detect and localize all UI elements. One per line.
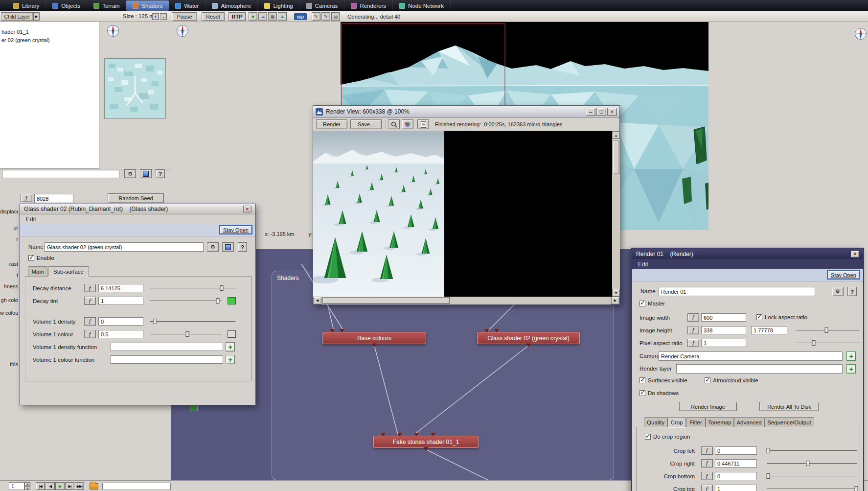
animation-function-icon[interactable]: ƒ — [701, 485, 713, 491]
volume1-colour-slider[interactable] — [150, 330, 222, 338]
shader-search-input[interactable] — [2, 170, 119, 178]
volume1-colour-input[interactable]: 0.5 — [98, 330, 143, 338]
crop-top-slider[interactable] — [767, 485, 857, 491]
prev-frame-button[interactable]: ◀ — [46, 482, 55, 490]
input-connector[interactable] — [381, 433, 386, 436]
paint-tool-icon[interactable]: ✎ — [312, 12, 320, 21]
tab-sequence-output[interactable]: Sequence/Output — [764, 417, 814, 427]
master-checkbox[interactable]: Master — [640, 301, 665, 306]
node-glass-shader[interactable]: Glass shader 02 (green crystal) — [477, 332, 580, 344]
last-frame-button[interactable]: ▶▶| — [75, 482, 84, 490]
folder-icon[interactable] — [90, 483, 98, 490]
slider-handle[interactable] — [806, 461, 809, 466]
decay-distance-slider[interactable] — [150, 284, 235, 292]
slider-handle[interactable] — [825, 327, 828, 333]
tab-shaders[interactable]: Shaders — [126, 0, 169, 11]
output-connector[interactable] — [424, 447, 429, 451]
dialog-titlebar[interactable]: Render 01 (Render) × — [632, 249, 863, 259]
help-icon[interactable]: ? — [156, 169, 165, 178]
spin-down-icon[interactable]: ▼ — [24, 486, 30, 490]
crop-right-input[interactable]: 0.446711 — [715, 459, 757, 468]
animation-function-icon[interactable]: ƒ — [701, 472, 713, 480]
save-button[interactable]: Save... — [350, 119, 382, 129]
slider-handle[interactable] — [766, 448, 770, 453]
input-connector[interactable] — [484, 329, 489, 332]
name-input[interactable]: Glass shader 02 (green crystal) — [45, 242, 204, 252]
partial-node[interactable] — [190, 405, 198, 411]
decay-tint-slider[interactable] — [150, 297, 222, 304]
checkbox[interactable] — [640, 390, 645, 396]
clouds-toggle-icon[interactable]: ☁ — [258, 12, 267, 21]
seed-input[interactable]: 8028 — [34, 194, 73, 203]
scroll-up-icon[interactable]: ▲ — [612, 131, 620, 139]
volume1-density-input[interactable]: 0 — [98, 317, 143, 326]
size-decrease-button[interactable]: - — [160, 13, 167, 20]
dialog-titlebar[interactable]: Glass shader 02 (Rubin_Diamant_rot) (Gla… — [20, 204, 255, 214]
render-button[interactable]: Render — [316, 119, 347, 129]
crop-bottom-slider[interactable] — [767, 472, 857, 480]
add-function-button[interactable]: + — [226, 342, 235, 351]
frame-number-input[interactable]: 1 — [9, 482, 24, 490]
slider-handle[interactable] — [766, 473, 770, 479]
atmo-visible-checkbox[interactable]: Atmo/cloud visible — [705, 377, 758, 383]
stay-open-button[interactable]: Stay Open — [827, 270, 860, 280]
animation-function-icon[interactable]: ƒ — [687, 313, 699, 322]
scroll-down-icon[interactable]: ▼ — [612, 289, 620, 297]
render-view-titlebar[interactable]: Render View: 600x338 @ 100% – □ × — [313, 106, 619, 118]
node-view-button[interactable] — [140, 169, 152, 178]
image-width-input[interactable]: 600 — [701, 313, 746, 322]
compass-icon[interactable] — [176, 24, 189, 37]
layer-panel-icon[interactable]: ▤ — [331, 12, 340, 21]
first-frame-button[interactable]: |◀ — [36, 482, 45, 490]
tab-cameras[interactable]: Cameras — [300, 0, 345, 11]
size-increase-button[interactable]: + — [152, 13, 159, 20]
pixel-aspect-slider[interactable] — [796, 339, 860, 347]
add-camera-button[interactable]: + — [846, 351, 856, 361]
volume1-colour-swatch[interactable] — [228, 330, 236, 338]
rtp-button[interactable]: RTP — [228, 12, 246, 21]
tab-filter[interactable]: Filter — [686, 417, 706, 427]
frame-stepper[interactable]: ▲ ▼ — [24, 482, 30, 490]
input-connector[interactable] — [397, 433, 402, 436]
crop-bottom-input[interactable]: 0 — [715, 472, 757, 480]
slider-handle[interactable] — [216, 298, 220, 304]
do-shadows-checkbox[interactable]: Do shadows — [640, 390, 679, 396]
enable-checkbox[interactable]: Enable — [28, 255, 54, 261]
volume1-colour-function-input[interactable] — [111, 355, 223, 364]
volume1-density-slider[interactable] — [150, 318, 235, 325]
input-connector[interactable] — [414, 433, 419, 436]
checkbox[interactable] — [640, 377, 645, 383]
gear-icon[interactable]: ⚙ — [832, 287, 844, 296]
preview-sphere-icon[interactable]: ● — [249, 12, 257, 21]
tab-node-network[interactable]: Node Network — [393, 0, 451, 11]
camera-input[interactable]: Render Camera — [659, 351, 843, 361]
list-item[interactable]: er 02 (green crystal) — [1, 37, 49, 43]
decay-distance-input[interactable]: 6.14125 — [98, 284, 143, 292]
input-connector[interactable] — [330, 329, 335, 332]
input-connector[interactable] — [340, 329, 344, 332]
help-icon[interactable]: ? — [847, 287, 857, 296]
output-connector[interactable] — [526, 344, 531, 347]
checkbox[interactable] — [705, 377, 710, 383]
child-layer-dropdown[interactable]: Child Layer — [1, 12, 33, 21]
close-icon[interactable]: × — [607, 108, 617, 116]
channels-icon[interactable] — [402, 119, 413, 129]
slider-handle[interactable] — [812, 340, 816, 346]
input-connector[interactable] — [494, 329, 499, 332]
node-fake-stones[interactable]: Fake stones shader 01_1 — [373, 436, 479, 448]
scrollbar-thumb[interactable] — [322, 297, 450, 304]
shader-preview-thumbnail[interactable] — [104, 58, 166, 119]
tab-quality[interactable]: Quality — [644, 417, 667, 427]
image-height-input[interactable]: 338 — [701, 326, 746, 334]
surfaces-visible-checkbox[interactable]: Surfaces visible — [640, 377, 687, 383]
tab-crop[interactable]: Crop — [667, 417, 686, 427]
slider-handle[interactable] — [185, 331, 189, 337]
spin-up-icon[interactable]: ▲ — [24, 482, 30, 486]
lock-aspect-checkbox[interactable]: Lock aspect ratio — [756, 314, 807, 320]
magnifier-icon[interactable] — [388, 119, 400, 129]
animation-function-icon[interactable]: ƒ — [687, 326, 699, 334]
pixel-aspect-input[interactable]: 1 — [701, 339, 746, 347]
compass-icon[interactable] — [107, 24, 119, 37]
gear-icon[interactable]: ⚙ — [124, 169, 136, 178]
tab-library[interactable]: Library — [7, 0, 46, 11]
